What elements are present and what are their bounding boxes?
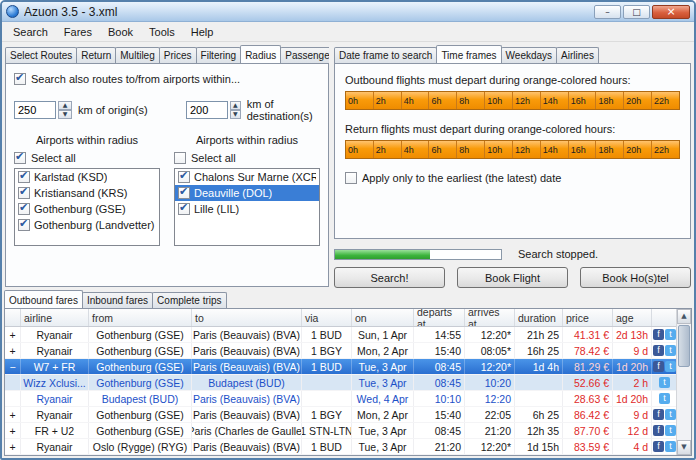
outbound-hour-block-14h[interactable]: 14h [541,92,569,109]
expand-toggle[interactable]: + [5,439,21,454]
spin-down-icon[interactable] [230,110,241,119]
tab-weekdays[interactable]: Weekdays [501,47,558,63]
fare-row[interactable]: +RyanairGothenburg (GSE)Paris (Beauvais)… [5,327,676,343]
results-scrollbar[interactable] [676,309,691,455]
airport-checkbox[interactable] [18,203,30,215]
column-header-duration[interactable]: duration [515,309,563,326]
book-hostel-button[interactable]: Book Ho(s)tel [580,267,691,288]
outbound-hour-block-18h[interactable]: 18h [596,92,624,109]
column-header-on[interactable]: on [352,309,414,326]
tab-time-frames[interactable]: Time frames [436,45,501,63]
outbound-hour-block-8h[interactable]: 8h [457,92,485,109]
fare-row[interactable]: −W7 + FRGothenburg (GSE)Paris (Beauvais)… [5,359,676,375]
close-icon[interactable] [652,5,690,19]
return-hour-block-2h[interactable]: 2h [374,141,402,158]
expand-toggle[interactable]: + [5,343,21,358]
menu-item-book[interactable]: Book [100,24,141,40]
menu-item-search[interactable]: Search [5,24,56,40]
tab-airlines[interactable]: Airlines [556,47,599,63]
outbound-hour-block-16h[interactable]: 16h [569,92,597,109]
scrollbar-thumb[interactable] [678,325,690,367]
tab-complete-trips[interactable]: Complete trips [152,292,226,308]
return-hour-block-4h[interactable]: 4h [402,141,430,158]
column-header-airline[interactable]: airline [21,309,89,326]
return-hour-block-10h[interactable]: 10h [485,141,513,158]
maximize-icon[interactable] [623,5,650,19]
expand-toggle[interactable]: + [5,327,21,342]
airport-list-item[interactable]: Gothenburg (Landvetter) (GO [15,217,159,233]
facebook-icon[interactable] [653,409,664,420]
airport-checkbox[interactable] [178,187,190,199]
twitter-icon[interactable] [659,377,670,388]
tab-inbound-fares[interactable]: Inbound fares [82,292,153,308]
fare-row[interactable]: Wizz Xclusi...Gothenburg (GSE)Budapest (… [5,375,676,391]
scrollbar-track[interactable] [677,324,691,440]
fare-row[interactable]: RyanairBudapest (BUD)Paris (Beauvais) (B… [5,391,676,407]
return-hour-block-16h[interactable]: 16h [569,141,597,158]
column-header-via[interactable]: via [302,309,352,326]
airport-list-item[interactable]: Gothenburg (GSE) [15,201,159,217]
twitter-icon[interactable] [665,441,676,452]
airport-list-item[interactable]: Chalons Sur Marne (XCR) [175,169,319,185]
tab-date-frame-to-search[interactable]: Date frame to search [334,47,437,63]
tab-prices[interactable]: Prices [159,47,197,63]
title-bar[interactable]: Azuon 3.5 - 3.xml [2,2,694,22]
outbound-hour-block-0h[interactable]: 0h [346,92,374,109]
airport-checkbox[interactable] [178,203,190,215]
airport-checkbox[interactable] [178,171,190,183]
airport-list-item[interactable]: Lille (LIL) [175,201,319,217]
apply-earliest-checkbox[interactable] [345,172,357,184]
spin-up-icon[interactable] [58,101,72,110]
spin-down-icon[interactable] [58,110,72,119]
menu-item-fares[interactable]: Fares [56,24,100,40]
facebook-icon[interactable] [653,329,664,340]
outbound-hour-block-4h[interactable]: 4h [402,92,430,109]
tab-select-routes[interactable]: Select Routes [5,47,77,63]
facebook-icon[interactable] [653,361,664,372]
airport-list-item[interactable]: Karlstad (KSD) [15,169,159,185]
return-hour-block-0h[interactable]: 0h [346,141,374,158]
outbound-hour-block-20h[interactable]: 20h [624,92,652,109]
facebook-icon[interactable] [653,425,664,436]
column-header-departs-at[interactable]: departs at [414,309,465,326]
tab-passengers[interactable]: Passengers [280,47,329,63]
minimize-icon[interactable] [594,5,621,19]
outbound-hour-block-22h[interactable]: 22h [652,92,679,109]
return-hour-block-20h[interactable]: 20h [624,141,652,158]
tab-outbound-fares[interactable]: Outbound fares [4,290,83,308]
scroll-up-icon[interactable] [677,309,691,324]
airport-checkbox[interactable] [18,219,30,231]
tab-multileg[interactable]: Multileg [115,47,159,63]
column-header-to[interactable]: to [192,309,302,326]
return-hour-block-12h[interactable]: 12h [513,141,541,158]
return-hour-block-6h[interactable]: 6h [429,141,457,158]
column-header-from[interactable]: from [89,309,192,326]
column-header-age[interactable]: age [613,309,652,326]
scroll-down-icon[interactable] [677,440,691,455]
airport-checkbox[interactable] [18,187,30,199]
menu-item-help[interactable]: Help [183,24,222,40]
twitter-icon[interactable] [665,345,676,356]
tab-return[interactable]: Return [76,47,116,63]
fare-row[interactable]: +RyanairOslo (Rygge) (RYG)Paris (Beauvai… [5,439,676,455]
column-header-blank[interactable] [5,309,21,326]
airport-checkbox[interactable] [18,171,30,183]
origin-select-all-checkbox[interactable] [14,152,26,164]
facebook-icon[interactable] [653,441,664,452]
outbound-hour-block-2h[interactable]: 2h [374,92,402,109]
expand-toggle[interactable]: − [5,359,21,374]
destination-select-all-checkbox[interactable] [174,152,186,164]
expand-toggle[interactable]: + [5,407,21,422]
twitter-icon[interactable] [659,393,670,404]
search-button[interactable]: Search! [334,267,445,288]
twitter-icon[interactable] [665,409,676,420]
outbound-hour-block-12h[interactable]: 12h [513,92,541,109]
outbound-hour-block-10h[interactable]: 10h [485,92,513,109]
return-hour-block-14h[interactable]: 14h [541,141,569,158]
destination-km-input[interactable] [186,101,228,119]
outbound-hour-block-6h[interactable]: 6h [429,92,457,109]
return-hour-block-22h[interactable]: 22h [652,141,679,158]
fare-row[interactable]: +RyanairGothenburg (GSE)Paris (Beauvais)… [5,343,676,359]
search-within-checkbox[interactable] [14,73,26,85]
column-header-blank[interactable] [652,309,676,326]
